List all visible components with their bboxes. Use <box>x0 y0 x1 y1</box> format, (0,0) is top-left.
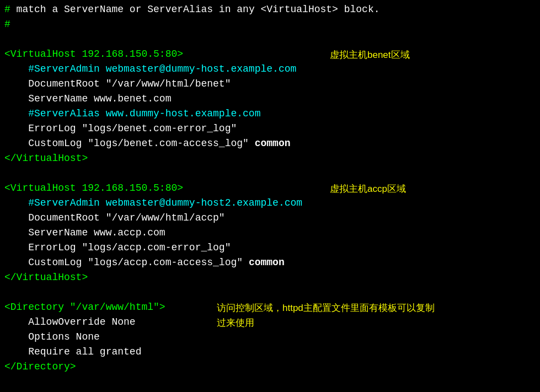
code-line-16: ServerName www.accp.com <box>4 225 536 240</box>
code-line-25: </Directory> <box>4 359 536 374</box>
directory-tag: <Directory "/var/www/html"> <box>4 300 165 315</box>
code-line-5: #ServerAdmin webmaster@dummy-host.exampl… <box>4 62 536 77</box>
code-line-19: </VirtualHost> <box>4 270 536 285</box>
hash-symbol-2: # <box>4 17 10 32</box>
annotation-benet: 虚拟主机benet区域 <box>330 48 410 62</box>
docroot-accp: DocumentRoot "/var/www/html/accp" <box>4 211 225 225</box>
comment-text-1: match a ServerName or ServerAlias in any… <box>10 2 380 17</box>
code-line-9: ErrorLog "logs/benet.com-error_log" <box>4 121 536 136</box>
allowoverride-none: AllowOverride None <box>4 315 136 330</box>
code-line-7: ServerName www.benet.com <box>4 92 536 106</box>
code-line-14: #ServerAdmin webmaster@dummy-host2.examp… <box>4 196 536 211</box>
options-none: Options None <box>4 330 100 345</box>
errorlog-benet: ErrorLog "logs/benet.com-error_log" <box>4 121 237 136</box>
terminal-window: # match a ServerName or ServerAlias in a… <box>0 0 540 392</box>
annotation-directory-line1: 访问控制区域，httpd主配置文件里面有模板可以复制 <box>217 301 435 315</box>
code-line-2: # <box>4 17 536 32</box>
empty-line-2 <box>4 166 536 181</box>
code-line-21: <Directory "/var/www/html"> 访问控制区域，httpd… <box>4 300 536 315</box>
annotation-directory-line2-container: AllowOverride None 过来使用 <box>4 315 536 330</box>
code-line-13: <VirtualHost 192.168.150.5:80> 虚拟主机accp区… <box>4 181 536 196</box>
code-line-17: ErrorLog "logs/accp.com-error_log" <box>4 240 536 255</box>
vhost-benet-tag: <VirtualHost 192.168.150.5:80> <box>4 47 183 62</box>
errorlog-accp: ErrorLog "logs/accp.com-error_log" <box>4 240 231 255</box>
vhost-accp-close-tag: </VirtualHost> <box>4 270 88 285</box>
code-line-4: <VirtualHost 192.168.150.5:80> 虚拟主机benet… <box>4 47 536 62</box>
code-line-6: DocumentRoot "/var/www/html/benet" <box>4 77 536 92</box>
annotation-accp: 虚拟主机accp区域 <box>330 182 406 196</box>
code-line-8: #ServerAlias www.dummy-host.example.com <box>4 106 536 121</box>
annotation-directory-line2: 过来使用 <box>217 316 254 330</box>
server-admin-benet-comment: #ServerAdmin webmaster@dummy-host.exampl… <box>4 62 296 77</box>
customlog-accp: CustomLog "logs/accp.com-access_log" <box>4 255 249 270</box>
server-admin-accp-comment: #ServerAdmin webmaster@dummy-host2.examp… <box>4 196 302 211</box>
customlog-benet: CustomLog "logs/benet.com-access_log" <box>4 136 255 151</box>
empty-line-1 <box>4 32 536 47</box>
code-line-24: Require all granted <box>4 345 536 359</box>
code-line-11: </VirtualHost> <box>4 151 536 166</box>
directory-close-tag: </Directory> <box>4 359 76 374</box>
vhost-benet-close-tag: </VirtualHost> <box>4 151 88 166</box>
customlog-benet-common: common <box>255 136 291 151</box>
code-line-18: CustomLog "logs/accp.com-access_log" com… <box>4 255 536 270</box>
customlog-accp-common: common <box>249 255 285 270</box>
empty-line-3 <box>4 285 536 300</box>
code-line-15: DocumentRoot "/var/www/html/accp" <box>4 211 536 225</box>
code-line-1: # match a ServerName or ServerAlias in a… <box>4 2 536 17</box>
docroot-benet: DocumentRoot "/var/www/html/benet" <box>4 77 231 92</box>
code-line-23: Options None <box>4 330 536 345</box>
code-line-10: CustomLog "logs/benet.com-access_log" co… <box>4 136 536 151</box>
serveralias-benet-comment: #ServerAlias www.dummy-host.example.com <box>4 106 260 121</box>
require-all-granted: Require all granted <box>4 345 141 359</box>
servername-accp: ServerName www.accp.com <box>4 225 165 240</box>
vhost-accp-tag: <VirtualHost 192.168.150.5:80> <box>4 181 183 196</box>
hash-symbol: # <box>4 2 10 17</box>
servername-benet: ServerName www.benet.com <box>4 92 171 106</box>
